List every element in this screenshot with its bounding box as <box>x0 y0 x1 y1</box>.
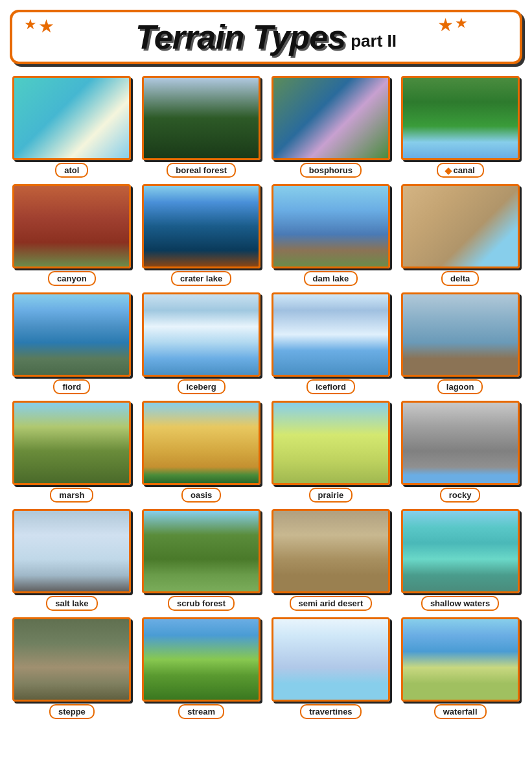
card-image-canal <box>401 76 520 160</box>
card-salt-lake: salt lake <box>10 509 134 611</box>
card-label-atol: atol <box>55 163 88 178</box>
card-image-bosphorus <box>272 76 390 160</box>
card-image-scrub-forest <box>142 509 260 593</box>
card-image-oasis <box>142 401 260 485</box>
card-rocky: rocky <box>398 401 522 503</box>
star-small-left: ★ <box>24 18 37 36</box>
page-wrapper: ★ ★ Terrain Types part II ★ ★ atolboreal… <box>10 10 522 719</box>
card-image-waterfall <box>401 617 520 702</box>
star-left-group: ★ ★ <box>24 18 54 36</box>
card-label-marsh: marsh <box>50 488 93 503</box>
page-part: part II <box>351 31 397 56</box>
card-image-fiord <box>12 292 131 377</box>
star-large-left: ★ <box>38 18 54 36</box>
card-label-stream: stream <box>178 704 224 719</box>
card-image-atol <box>12 76 131 160</box>
card-image-icefiord <box>272 292 390 377</box>
card-label-waterfall: waterfall <box>434 704 487 719</box>
card-steppe: steppe <box>10 617 134 719</box>
card-image-boreal-forest <box>142 76 260 160</box>
card-waterfall: waterfall <box>398 617 522 719</box>
card-image-lagoon <box>401 292 520 377</box>
card-label-scrub-forest: scrub forest <box>168 596 235 611</box>
card-image-marsh <box>12 401 131 485</box>
card-label-delta: delta <box>441 271 479 286</box>
card-canal: canal <box>398 76 522 178</box>
card-dam-lake: dam lake <box>269 184 393 286</box>
card-label-boreal-forest: boreal forest <box>167 163 236 178</box>
star-right-group: ★ ★ <box>437 16 468 34</box>
card-image-rocky <box>401 401 520 485</box>
card-delta: delta <box>398 184 522 286</box>
card-label-canal: canal <box>437 163 484 178</box>
card-travertines: travertines <box>269 617 393 719</box>
card-label-salt-lake: salt lake <box>46 596 97 611</box>
card-image-travertines <box>272 617 390 702</box>
card-image-canyon <box>12 184 131 268</box>
star-large-right: ★ <box>437 16 454 34</box>
page-title: Terrain Types <box>135 18 345 56</box>
card-stream: stream <box>139 617 264 719</box>
card-fiord: fiord <box>10 292 134 394</box>
card-label-crater-lake: crater lake <box>171 271 231 286</box>
card-image-crater-lake <box>142 184 260 268</box>
card-scrub-forest: scrub forest <box>139 509 264 611</box>
card-semi-arid-desert: semi arid desert <box>269 509 393 611</box>
card-image-steppe <box>12 617 131 702</box>
card-image-prairie <box>272 401 390 485</box>
card-label-semi-arid-desert: semi arid desert <box>290 596 373 611</box>
card-label-canyon: canyon <box>48 271 96 286</box>
card-bosphorus: bosphorus <box>269 76 393 178</box>
card-canyon: canyon <box>10 184 134 286</box>
card-image-stream <box>142 617 260 702</box>
card-label-steppe: steppe <box>49 704 95 719</box>
card-oasis: oasis <box>139 401 264 503</box>
card-icefiord: icefiord <box>269 292 393 394</box>
card-label-oasis: oasis <box>181 488 221 503</box>
card-image-iceberg <box>142 292 260 377</box>
card-lagoon: lagoon <box>398 292 522 394</box>
card-image-semi-arid-desert <box>272 509 390 593</box>
card-prairie: prairie <box>269 401 393 503</box>
card-boreal-forest: boreal forest <box>139 76 264 178</box>
card-label-bosphorus: bosphorus <box>300 163 362 178</box>
card-image-salt-lake <box>12 509 131 593</box>
card-crater-lake: crater lake <box>139 184 264 286</box>
card-label-shallow-waters: shallow waters <box>421 596 499 611</box>
card-atol: atol <box>10 76 134 178</box>
card-image-dam-lake <box>272 184 390 268</box>
card-label-lagoon: lagoon <box>437 379 483 394</box>
card-marsh: marsh <box>10 401 134 503</box>
card-iceberg: iceberg <box>139 292 264 394</box>
card-label-iceberg: iceberg <box>178 379 226 394</box>
card-shallow-waters: shallow waters <box>398 509 522 611</box>
star-small-right: ★ <box>455 16 468 34</box>
header-box: ★ ★ Terrain Types part II ★ ★ <box>10 10 522 64</box>
card-image-delta <box>401 184 520 268</box>
card-label-fiord: fiord <box>53 379 90 394</box>
card-label-dam-lake: dam lake <box>304 271 358 286</box>
terrain-grid: atolboreal forestbosphoruscanalcanyoncra… <box>10 76 522 719</box>
card-label-travertines: travertines <box>300 704 361 719</box>
card-label-rocky: rocky <box>440 488 481 503</box>
diamond-icon <box>445 167 452 174</box>
card-label-icefiord: icefiord <box>306 379 355 394</box>
card-label-prairie: prairie <box>309 488 353 503</box>
card-image-shallow-waters <box>401 509 520 593</box>
